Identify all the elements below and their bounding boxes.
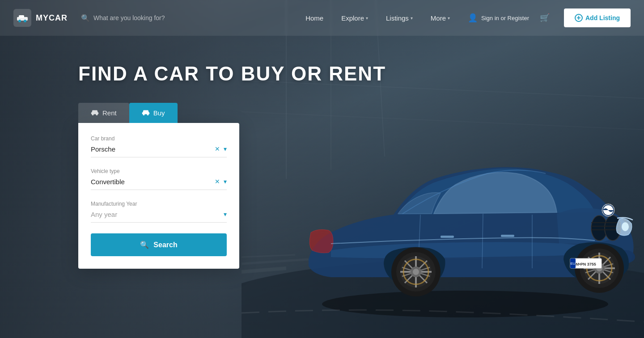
search-icon: 🔍 — [81, 14, 90, 22]
svg-rect-53 — [19, 15, 24, 18]
manufacturing-year-value: Any year — [91, 211, 117, 218]
manufacturing-year-label: Manufacturing Year — [91, 201, 227, 207]
hero-title: FIND A CAR TO BUY OR RENT — [78, 63, 644, 85]
listings-chevron-icon: ▾ — [411, 16, 413, 21]
buy-car-icon — [142, 109, 150, 117]
logo-icon — [13, 9, 31, 27]
tabs-wrap: Rent Buy — [78, 103, 644, 123]
car-brand-value: Porsche — [91, 145, 115, 153]
nav-home[interactable]: Home — [298, 11, 330, 25]
search-button-icon: 🔍 — [140, 241, 149, 249]
more-chevron-icon: ▾ — [448, 16, 450, 21]
vehicle-type-controls: ✕ ▾ — [215, 178, 227, 185]
svg-point-43 — [413, 269, 419, 275]
vehicle-type-group: Vehicle type Convertible ✕ ▾ — [91, 168, 227, 190]
car-brand-group: Car brand Porsche ✕ ▾ — [91, 135, 227, 157]
tab-rent[interactable]: Rent — [78, 103, 129, 123]
car-brand-controls: ✕ ▾ — [215, 145, 227, 152]
vehicle-type-select[interactable]: Convertible ✕ ▾ — [91, 178, 227, 190]
brand-name: MYCAR — [36, 13, 68, 23]
nav-listings[interactable]: Listings ▾ — [379, 11, 420, 25]
svg-point-55 — [24, 20, 26, 22]
cart-icon[interactable]: 🛒 — [540, 13, 550, 23]
svg-point-60 — [143, 114, 144, 115]
explore-chevron-icon: ▾ — [366, 16, 368, 21]
hero-content: FIND A CAR TO BUY OR RENT Rent — [0, 36, 644, 269]
search-wrap[interactable]: 🔍 What are you looking for? — [81, 14, 165, 22]
vehicle-type-chevron-icon[interactable]: ▾ — [224, 178, 227, 185]
manufacturing-year-group: Manufacturing Year Any year ▾ — [91, 201, 227, 223]
logo[interactable]: MYCAR — [13, 9, 68, 27]
svg-point-57 — [92, 114, 94, 115]
manufacturing-year-controls: ▾ — [224, 211, 227, 218]
svg-point-61 — [147, 114, 148, 115]
tab-buy[interactable]: Buy — [129, 103, 178, 123]
navbar: MYCAR 🔍 What are you looking for? Home E… — [0, 0, 644, 36]
car-brand-chevron-icon[interactable]: ▾ — [224, 145, 227, 152]
nav-links: Home Explore ▾ Listings ▾ More ▾ 👤 Sign … — [298, 8, 631, 27]
svg-point-58 — [96, 114, 98, 115]
car-brand-select[interactable]: Porsche ✕ ▾ — [91, 145, 227, 157]
svg-point-54 — [18, 20, 21, 22]
car-brand-label: Car brand — [91, 135, 227, 142]
nav-more[interactable]: More ▾ — [424, 11, 457, 25]
search-placeholder: What are you looking for? — [93, 14, 165, 21]
search-button[interactable]: 🔍 Search — [91, 233, 227, 256]
search-panel: Car brand Porsche ✕ ▾ Vehicle type Conve… — [78, 123, 239, 269]
user-icon: 👤 — [468, 13, 478, 23]
svg-rect-56 — [91, 112, 99, 114]
manufacturing-year-select[interactable]: Any year ▾ — [91, 211, 227, 223]
add-listing-button[interactable]: + Add Listing — [564, 8, 631, 27]
vehicle-type-label: Vehicle type — [91, 168, 227, 174]
vehicle-type-value: Convertible — [91, 178, 125, 186]
signin-button[interactable]: 👤 Sign in or Register — [461, 9, 536, 26]
svg-point-7 — [322, 291, 608, 317]
svg-rect-59 — [142, 112, 149, 114]
nav-explore[interactable]: Explore ▾ — [334, 11, 375, 25]
manufacturing-year-chevron-icon[interactable]: ▾ — [224, 211, 227, 218]
add-listing-plus-icon: + — [575, 14, 583, 22]
rent-car-icon — [91, 109, 99, 117]
car-brand-clear-button[interactable]: ✕ — [215, 145, 220, 152]
vehicle-type-clear-button[interactable]: ✕ — [215, 178, 220, 185]
